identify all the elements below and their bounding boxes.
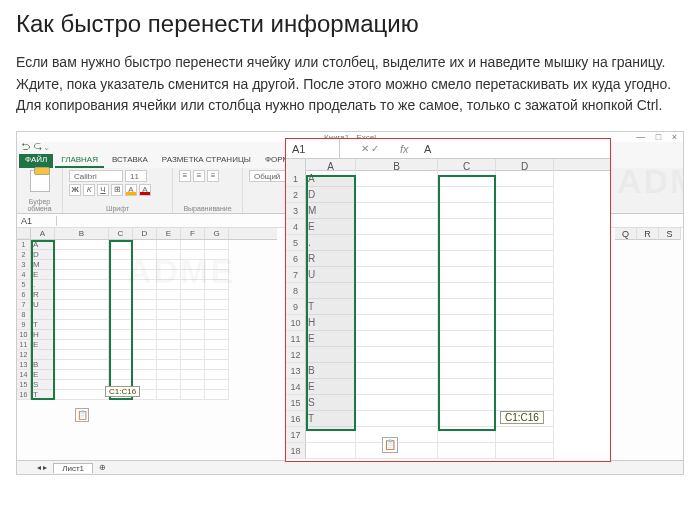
cell[interactable] xyxy=(205,320,229,330)
cell[interactable] xyxy=(157,260,181,270)
cell[interactable] xyxy=(356,299,438,315)
cell[interactable] xyxy=(496,395,554,411)
cell[interactable] xyxy=(181,370,205,380)
cell[interactable] xyxy=(181,330,205,340)
name-box-main[interactable]: A1 xyxy=(17,216,57,226)
row-header[interactable]: 4 xyxy=(17,270,31,280)
cell[interactable] xyxy=(109,370,133,380)
row-header[interactable]: 16 xyxy=(17,390,31,400)
cell[interactable] xyxy=(133,290,157,300)
cell[interactable] xyxy=(205,360,229,370)
cell[interactable] xyxy=(181,300,205,310)
fx-icon[interactable]: fx xyxy=(400,143,420,155)
worksheet-main[interactable]: A B C D E F G 1A2D3M4E5.6R7U89T10H11E121… xyxy=(17,228,277,460)
cell[interactable] xyxy=(109,350,133,360)
cell[interactable] xyxy=(157,350,181,360)
cell[interactable] xyxy=(356,267,438,283)
cell[interactable] xyxy=(133,250,157,260)
formula-cancel-enter-icons[interactable]: ✕ ✓ xyxy=(340,143,400,154)
cell[interactable] xyxy=(438,203,496,219)
cell[interactable]: . xyxy=(31,280,55,290)
tab-page-layout[interactable]: РАЗМЕТКА СТРАНИЦЫ xyxy=(156,154,257,168)
row-header[interactable]: 2 xyxy=(286,187,306,203)
cell[interactable]: E xyxy=(306,379,356,395)
row-header[interactable]: 12 xyxy=(17,350,31,360)
cell[interactable] xyxy=(438,411,496,427)
cell[interactable] xyxy=(55,250,109,260)
cell[interactable] xyxy=(133,330,157,340)
cell[interactable]: R xyxy=(31,290,55,300)
cell[interactable] xyxy=(205,260,229,270)
cell[interactable] xyxy=(356,235,438,251)
cell[interactable] xyxy=(55,300,109,310)
cell[interactable]: H xyxy=(31,330,55,340)
row-header[interactable]: 1 xyxy=(17,240,31,250)
cell[interactable] xyxy=(109,260,133,270)
col-header[interactable]: S xyxy=(659,228,681,240)
cell[interactable] xyxy=(438,379,496,395)
cell[interactable] xyxy=(55,350,109,360)
cell[interactable]: D xyxy=(31,250,55,260)
cell[interactable] xyxy=(109,240,133,250)
row-header[interactable]: 2 xyxy=(17,250,31,260)
cell[interactable] xyxy=(205,330,229,340)
cell[interactable]: U xyxy=(31,300,55,310)
add-sheet-icon[interactable]: ⊕ xyxy=(99,463,106,472)
align-left-button[interactable]: ≡ xyxy=(179,170,191,182)
cell[interactable] xyxy=(55,370,109,380)
cell[interactable] xyxy=(109,270,133,280)
cell[interactable] xyxy=(181,340,205,350)
font-color-button[interactable]: A xyxy=(139,184,151,196)
cell[interactable] xyxy=(55,320,109,330)
cell[interactable] xyxy=(157,280,181,290)
cell[interactable] xyxy=(181,260,205,270)
col-header[interactable]: C xyxy=(109,228,133,239)
cell[interactable] xyxy=(496,331,554,347)
cell[interactable] xyxy=(356,331,438,347)
cell[interactable] xyxy=(496,363,554,379)
cell[interactable] xyxy=(31,310,55,320)
cell[interactable] xyxy=(496,171,554,187)
cell[interactable] xyxy=(356,411,438,427)
number-format-select[interactable]: Общий xyxy=(249,170,289,182)
cell[interactable] xyxy=(181,360,205,370)
row-header[interactable]: 8 xyxy=(286,283,306,299)
cell[interactable] xyxy=(55,310,109,320)
cell[interactable] xyxy=(133,350,157,360)
row-header[interactable]: 3 xyxy=(17,260,31,270)
cell[interactable] xyxy=(157,240,181,250)
cell[interactable] xyxy=(181,320,205,330)
row-header[interactable]: 17 xyxy=(286,427,306,443)
cell[interactable] xyxy=(157,270,181,280)
row-header[interactable]: 4 xyxy=(286,219,306,235)
cell[interactable] xyxy=(181,250,205,260)
cell[interactable] xyxy=(133,310,157,320)
cell[interactable]: B xyxy=(306,363,356,379)
cell[interactable] xyxy=(157,380,181,390)
cell[interactable] xyxy=(55,290,109,300)
cell[interactable] xyxy=(356,187,438,203)
cell[interactable] xyxy=(496,219,554,235)
cell[interactable] xyxy=(55,390,109,400)
underline-button[interactable]: Ч xyxy=(97,184,109,196)
cell[interactable]: H xyxy=(306,315,356,331)
font-name-select[interactable]: Calibri xyxy=(69,170,123,182)
cell[interactable] xyxy=(109,330,133,340)
cell[interactable] xyxy=(496,379,554,395)
cell[interactable] xyxy=(31,350,55,360)
cell[interactable]: T xyxy=(306,299,356,315)
cell[interactable] xyxy=(109,310,133,320)
col-header[interactable]: B xyxy=(55,228,109,239)
cell[interactable] xyxy=(496,347,554,363)
cell[interactable] xyxy=(438,331,496,347)
cell[interactable] xyxy=(496,251,554,267)
row-header[interactable]: 8 xyxy=(17,310,31,320)
row-header[interactable]: 3 xyxy=(286,203,306,219)
cell[interactable]: E xyxy=(306,331,356,347)
row-header[interactable]: 15 xyxy=(17,380,31,390)
row-header[interactable]: 5 xyxy=(286,235,306,251)
row-header[interactable]: 15 xyxy=(286,395,306,411)
row-header[interactable]: 10 xyxy=(286,315,306,331)
cell[interactable] xyxy=(205,310,229,320)
cell[interactable]: A xyxy=(306,171,356,187)
